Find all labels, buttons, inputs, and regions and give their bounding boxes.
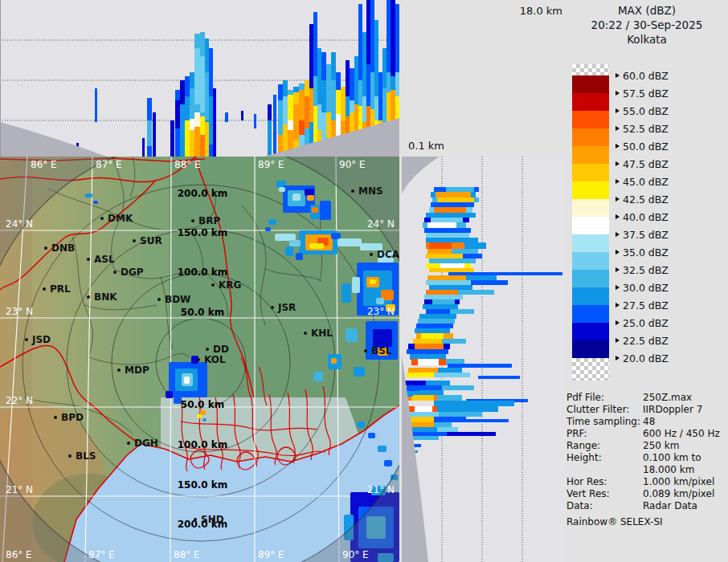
legend-entry: 22.5 dBZ — [616, 335, 669, 346]
metadata-value: IIRDoppler 7 — [643, 404, 727, 416]
metadata-label: Pdf File: — [566, 392, 643, 404]
legend-entry: 27.5 dBZ — [616, 299, 669, 311]
legend-cell — [572, 252, 609, 270]
legend-tick-arrow-icon — [616, 303, 620, 307]
radar-map-panel: 86° E86° E87° E87° E88° E88° E89° E89° E… — [0, 157, 399, 562]
legend-cell — [572, 217, 609, 234]
metadata-label: Hor Res: — [566, 476, 643, 488]
lat-label-right: 23° N — [367, 306, 395, 317]
metadata-label: Height: — [566, 452, 643, 464]
city-label: BRP — [198, 215, 220, 226]
right-profile-plot — [402, 157, 566, 562]
legend-tick-arrow-icon — [616, 179, 620, 184]
city-label: BNK — [94, 291, 117, 303]
legend-cell — [572, 287, 609, 305]
legend-entry-label: 55.0 dBZ — [623, 105, 669, 117]
legend-entry-label: 37.5 dBZ — [623, 229, 669, 241]
legend-entry: 20.0 dBZ — [616, 352, 669, 364]
legend-entry: 60.0 dBZ — [616, 70, 669, 81]
legend-entry: 52.5 dBZ — [616, 123, 669, 134]
metadata-label: Range: — [566, 440, 643, 452]
city-label: KOL — [204, 354, 226, 365]
metadata-row: Data:Radar Data — [566, 500, 727, 512]
legend-tick-arrow-icon — [616, 338, 620, 343]
legend-cell — [572, 340, 609, 358]
lon-label-top: 90° E — [339, 159, 366, 170]
legend-cell — [572, 305, 609, 323]
legend-entry: 35.0 dBZ — [616, 246, 669, 258]
range-ring-label: 150.0 km — [178, 227, 228, 238]
metadata-row: Range:250 km — [566, 440, 727, 452]
legend-entry-label: 40.0 dBZ — [623, 211, 669, 223]
lat-label-right: 24° N — [367, 218, 395, 230]
metadata-label: Clutter Filter: — [566, 404, 643, 416]
metadata-label: Vert Res: — [566, 488, 643, 500]
legend-tick-arrow-icon — [616, 161, 620, 166]
legend-tick-arrow-icon — [616, 197, 620, 202]
legend-entry-label: 22.5 dBZ — [623, 335, 669, 347]
product-datetime: 20:22 / 30-Sep-2025 — [566, 18, 728, 32]
legend-cell — [572, 75, 609, 93]
legend-entry-label: 57.5 dBZ — [623, 88, 669, 100]
legend-tick-arrow-icon — [616, 267, 620, 272]
legend-entry-label: 27.5 dBZ — [623, 299, 669, 312]
city-label: DGH — [134, 438, 158, 449]
city-label: PRL — [50, 283, 71, 295]
legend-entry-label: 47.5 dBZ — [623, 158, 669, 170]
lon-label-bottom: 87° E — [88, 549, 115, 560]
legend-entry-label: 60.0 dBZ — [623, 70, 669, 82]
legend-cell — [572, 270, 609, 287]
legend-entry-label: 35.0 dBZ — [623, 246, 669, 259]
metadata-label: PRF: — [566, 428, 643, 440]
height-axis-min-label: 0.1 km — [408, 140, 444, 152]
metadata-value: 0.089 km/pixel — [643, 488, 727, 500]
product-name: MAX (dBZ) — [566, 3, 728, 18]
lon-label-bottom: 88° E — [174, 549, 200, 560]
legend-entry: 32.5 dBZ — [616, 264, 669, 275]
metadata-block: Pdf File:250Z.maxClutter Filter:IIRDoppl… — [566, 392, 727, 527]
top-height-profile-panel — [0, 0, 399, 157]
city-label: BLS — [76, 450, 96, 462]
legend-entry: 55.0 dBZ — [616, 105, 669, 116]
legend-entry: 42.5 dBZ — [616, 193, 669, 205]
city-label: BSL — [371, 345, 392, 356]
city-label: JSR — [277, 302, 296, 313]
legend-cell — [572, 181, 609, 199]
legend-cell — [572, 128, 609, 146]
legend-cell — [572, 146, 609, 164]
legend-panel: MAX (dBZ) 20:22 / 30-Sep-2025 Kolkata 60… — [566, 0, 728, 562]
legend-cell — [572, 111, 609, 128]
lon-label-top: 89° E — [258, 159, 284, 170]
city-label: DNB — [51, 242, 75, 254]
legend-tick-arrow-icon — [616, 250, 620, 255]
legend-tick-arrow-icon — [616, 126, 620, 131]
legend-tick-arrow-icon — [616, 73, 620, 78]
legend-color-scale — [572, 64, 609, 381]
legend-tick-arrow-icon — [616, 320, 620, 325]
radar-application-window: { "header": { "product": "MAX (dBZ)", "d… — [0, 0, 728, 562]
range-ring-label: 50.0 km — [181, 399, 224, 410]
legend-entry: 47.5 dBZ — [616, 158, 669, 169]
lon-label-top: 88° E — [174, 159, 201, 170]
legend-entry-label: 45.0 dBZ — [623, 176, 669, 188]
height-axis-max-label: 18.0 km — [520, 5, 562, 17]
legend-tick-arrow-icon — [616, 356, 620, 360]
software-brand: Rainbow® SELEX-SI — [566, 516, 727, 527]
legend-tick-arrow-icon — [616, 285, 620, 290]
city-label: MDP — [125, 364, 149, 376]
metadata-row: PRF:600 Hz / 450 Hz — [566, 428, 727, 440]
lon-label-bottom: 86° E — [6, 549, 32, 560]
legend-entry-label: 52.5 dBZ — [623, 123, 669, 135]
lon-label-top: 86° E — [31, 159, 57, 170]
legend-cell — [572, 199, 609, 217]
metadata-row: Clutter Filter:IIRDoppler 7 — [566, 404, 727, 416]
metadata-value: 250Z.max — [643, 392, 727, 404]
lon-label-bottom: 90° E — [342, 549, 369, 560]
city-label: JSD — [31, 334, 51, 345]
legend-entry: 57.5 dBZ — [616, 88, 669, 99]
metadata-value: Radar Data — [643, 500, 727, 512]
city-label: DGP — [121, 267, 144, 278]
legend-entry-label: 25.0 dBZ — [623, 317, 669, 329]
metadata-row: Time sampling:48 — [566, 416, 727, 428]
city-label: DMK — [108, 213, 133, 224]
